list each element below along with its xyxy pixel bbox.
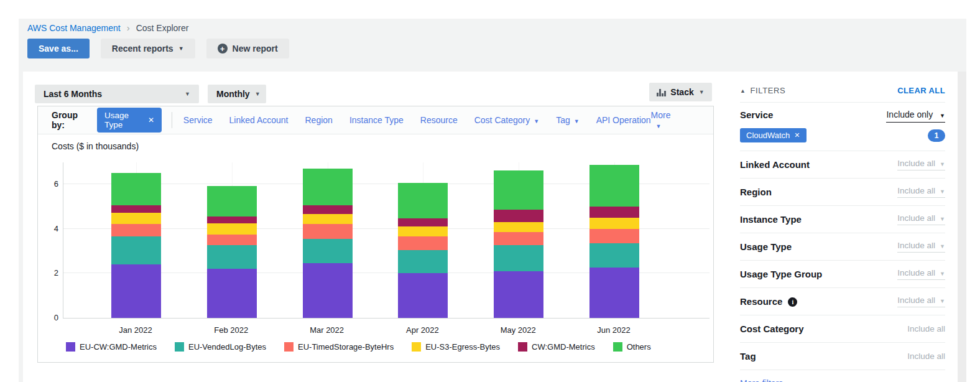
filter-include-dropdown[interactable]: Include all — [907, 324, 945, 333]
date-range-dropdown[interactable]: Last 6 Months ▼ — [35, 85, 199, 103]
bar-segment[interactable] — [303, 239, 353, 263]
bar-segment[interactable] — [207, 235, 257, 246]
bar-segment[interactable] — [494, 210, 543, 222]
group-by-active-tag[interactable]: Usage Type ✕ — [97, 108, 162, 133]
close-icon[interactable]: ✕ — [148, 116, 154, 124]
group-by-link-cost-category[interactable]: Cost Category▼ — [474, 115, 539, 125]
filter-include-dropdown[interactable]: Include all▼ — [897, 241, 945, 253]
group-by-more-link[interactable]: More ▼ — [651, 110, 680, 130]
bar-segment[interactable] — [111, 173, 161, 205]
bar-segment[interactable] — [589, 218, 639, 229]
stacked-bar-jan-2022[interactable] — [111, 173, 161, 318]
save-as-button[interactable]: Save as... — [27, 39, 90, 58]
bar-segment[interactable] — [111, 205, 161, 213]
group-by-link-api-operation[interactable]: API Operation — [596, 115, 651, 125]
filter-include-dropdown[interactable]: Include all▼ — [897, 159, 945, 170]
bar-segment[interactable] — [494, 170, 543, 210]
group-by-link-region[interactable]: Region — [305, 115, 333, 125]
legend-item[interactable]: EU-TimedStorage-ByteHrs — [284, 342, 394, 352]
group-by-link-service[interactable]: Service — [183, 115, 213, 125]
filters-collapse-toggle[interactable]: ▲ FILTERS — [740, 86, 785, 95]
legend-item[interactable]: EU-CW:GMD-Metrics — [66, 342, 157, 352]
legend-item[interactable]: Others — [613, 342, 651, 352]
more-filters-link[interactable]: More filters ▼ — [740, 370, 945, 382]
filter-include-dropdown[interactable]: Include all▼ — [897, 186, 945, 198]
save-as-label: Save as... — [39, 44, 78, 54]
filter-include-dropdown[interactable]: Include all — [907, 352, 945, 361]
chart-style-dropdown[interactable]: Stack ▼ — [649, 83, 712, 101]
bar-segment[interactable] — [111, 224, 161, 236]
new-report-button[interactable]: + New report — [206, 39, 289, 58]
bar-segment[interactable] — [589, 165, 639, 206]
stack-chart-icon — [657, 88, 666, 96]
group-by-bar: Group by: Usage Type ✕ ServiceLinked Acc… — [38, 106, 713, 134]
close-icon[interactable]: ✕ — [794, 131, 800, 139]
chevron-down-icon: ▼ — [255, 91, 261, 97]
legend-item[interactable]: EU-S3-Egress-Bytes — [412, 342, 500, 352]
filter-include-dropdown[interactable]: Include all▼ — [897, 268, 945, 280]
chart-title: Costs ($ in thousands) — [52, 141, 139, 151]
bar-segment[interactable] — [589, 207, 639, 218]
bar-segment[interactable] — [207, 245, 257, 269]
filter-include-dropdown[interactable]: Include all▼ — [897, 296, 945, 307]
bar-segment[interactable] — [207, 186, 257, 216]
group-by-link-tag[interactable]: Tag▼ — [556, 115, 580, 125]
triangle-up-icon: ▲ — [740, 88, 746, 94]
bar-segment[interactable] — [303, 205, 353, 214]
chevron-down-icon: ▼ — [940, 243, 945, 249]
chevron-down-icon: ▼ — [699, 90, 705, 95]
legend-item[interactable]: CW:GMD-Metrics — [518, 342, 595, 352]
legend-label: CW:GMD-Metrics — [532, 342, 595, 352]
group-by-links: ServiceLinked AccountRegionInstance Type… — [183, 115, 651, 125]
bar-segment[interactable] — [207, 269, 257, 318]
info-icon[interactable]: i — [788, 297, 797, 307]
vertical-scrollbar[interactable] — [958, 72, 966, 382]
stacked-bar-jun-2022[interactable] — [589, 165, 639, 318]
group-by-link-linked-account[interactable]: Linked Account — [229, 115, 289, 125]
stacked-bar-apr-2022[interactable] — [398, 183, 448, 318]
bar-segment[interactable] — [494, 271, 543, 318]
filter-include-dropdown[interactable]: Include all▼ — [897, 213, 945, 225]
bar-segment[interactable] — [303, 224, 353, 238]
bar-segment[interactable] — [494, 232, 543, 246]
x-tick-label: Jan 2022 — [98, 325, 173, 335]
service-include-mode-dropdown[interactable]: Include only ▼ — [886, 109, 945, 123]
bar-segment[interactable] — [398, 226, 448, 236]
stacked-bar-feb-2022[interactable] — [207, 186, 257, 318]
clear-all-link[interactable]: CLEAR ALL — [897, 86, 945, 95]
group-by-link-instance-type[interactable]: Instance Type — [349, 115, 404, 125]
bar-segment[interactable] — [207, 217, 257, 223]
filter-label: Usage Type Group — [740, 269, 822, 279]
bar-segment[interactable] — [398, 218, 448, 226]
bar-segment[interactable] — [111, 213, 161, 224]
legend-item[interactable]: EU-VendedLog-Bytes — [175, 342, 266, 352]
bar-segment[interactable] — [398, 236, 448, 250]
filter-label: Linked Account — [740, 159, 810, 170]
bar-segment[interactable] — [398, 273, 448, 318]
bar-segment[interactable] — [589, 243, 639, 268]
service-filter-label: Service — [740, 109, 773, 120]
filters-title: FILTERS — [751, 86, 786, 95]
breadcrumb-root-link[interactable]: AWS Cost Management — [27, 23, 121, 33]
recent-reports-button[interactable]: Recent reports ▼ — [101, 39, 195, 58]
chevron-down-icon: ▼ — [940, 189, 945, 195]
bar-segment[interactable] — [494, 222, 543, 232]
granularity-dropdown[interactable]: Monthly ▼ — [208, 85, 266, 103]
stacked-bar-may-2022[interactable] — [494, 170, 543, 318]
bar-segment[interactable] — [111, 264, 161, 318]
bar-segment[interactable] — [398, 250, 448, 274]
bar-segment[interactable] — [398, 183, 448, 218]
bar-segment[interactable] — [589, 268, 639, 318]
bar-segment[interactable] — [589, 229, 639, 243]
bar-segment[interactable] — [303, 263, 353, 318]
stacked-bar-mar-2022[interactable] — [303, 169, 353, 318]
bar-segment[interactable] — [207, 223, 257, 235]
service-filter-tag[interactable]: CloudWatch ✕ — [740, 128, 807, 142]
bar-segment[interactable] — [303, 169, 353, 205]
y-tick-label: 6 — [38, 179, 58, 189]
filters-header: ▲ FILTERS CLEAR ALL — [740, 86, 945, 103]
group-by-link-resource[interactable]: Resource — [420, 115, 458, 125]
bar-segment[interactable] — [303, 214, 353, 224]
bar-segment[interactable] — [494, 245, 543, 271]
bar-segment[interactable] — [111, 236, 161, 264]
